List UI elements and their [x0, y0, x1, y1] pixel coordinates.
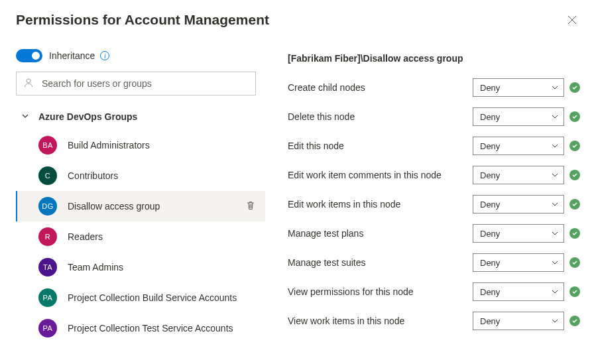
- permission-value: Deny: [480, 287, 500, 297]
- left-panel: Inheritance i Azure DevOps Groups BABuil…: [16, 49, 265, 343]
- permission-value: Deny: [480, 112, 500, 122]
- permission-label: View permissions for this node: [288, 286, 473, 297]
- chevron-down-icon: [552, 201, 558, 208]
- permission-select[interactable]: Deny: [473, 166, 564, 184]
- chevron-down-icon: [552, 318, 558, 324]
- permission-value: Deny: [480, 200, 500, 210]
- permission-value: Deny: [480, 258, 500, 268]
- chevron-down-icon: [552, 259, 558, 266]
- person-icon: [23, 78, 40, 90]
- group-item[interactable]: DGDisallow access group: [16, 191, 265, 221]
- permission-row: Edit this nodeDeny: [288, 137, 580, 155]
- permission-label: Create child nodes: [288, 82, 473, 93]
- group-label: Team Admins: [68, 262, 260, 273]
- info-icon[interactable]: i: [100, 51, 109, 60]
- status-ok-icon: [569, 228, 580, 239]
- inheritance-toggle[interactable]: [16, 49, 42, 62]
- permission-select[interactable]: Deny: [473, 107, 564, 126]
- permission-value: Deny: [480, 141, 500, 151]
- chevron-down-icon: [552, 172, 558, 178]
- chevron-down-icon: [552, 143, 558, 149]
- group-item[interactable]: TATeam Admins: [16, 252, 265, 282]
- svg-point-0: [27, 79, 30, 83]
- chevron-down-icon: [552, 84, 558, 91]
- avatar: PA: [38, 319, 57, 337]
- permission-value: Deny: [480, 316, 500, 326]
- permission-row: Create child nodesDeny: [288, 78, 580, 97]
- permission-select[interactable]: Deny: [473, 224, 564, 243]
- permission-label: Manage test plans: [288, 228, 473, 239]
- group-label: Project Collection Test Service Accounts: [68, 323, 260, 334]
- status-ok-icon: [569, 170, 580, 180]
- status-ok-icon: [569, 141, 580, 151]
- permission-row: View permissions for this nodeDeny: [288, 282, 580, 301]
- page-title: Permissions for Account Management: [16, 12, 269, 28]
- permission-row: Manage test plansDeny: [288, 224, 580, 243]
- permission-label: Delete this node: [288, 111, 473, 122]
- chevron-down-icon: [552, 230, 558, 237]
- permission-value: Deny: [480, 83, 500, 93]
- status-ok-icon: [569, 286, 580, 297]
- permission-select[interactable]: Deny: [473, 137, 564, 155]
- permission-value: Deny: [480, 229, 500, 239]
- status-ok-icon: [569, 199, 580, 210]
- permission-row: Delete this nodeDeny: [288, 107, 580, 126]
- group-item[interactable]: PAProject Collection Build Service Accou…: [16, 282, 265, 313]
- group-item[interactable]: CContributors: [16, 160, 265, 191]
- permission-label: Edit work item comments in this node: [288, 170, 473, 180]
- group-label: Disallow access group: [68, 201, 245, 212]
- status-ok-icon: [569, 316, 580, 326]
- status-ok-icon: [569, 257, 580, 268]
- permission-select[interactable]: Deny: [473, 312, 564, 330]
- avatar: DG: [38, 197, 57, 215]
- groups-section-header[interactable]: Azure DevOps Groups: [16, 107, 265, 126]
- permission-row: Manage test suitesDeny: [288, 253, 580, 272]
- status-ok-icon: [569, 82, 580, 93]
- chevron-down-icon: [552, 288, 558, 295]
- group-label: Readers: [68, 231, 260, 242]
- permission-select[interactable]: Deny: [473, 78, 564, 97]
- permission-value: Deny: [480, 170, 500, 180]
- delete-icon[interactable]: [245, 200, 260, 213]
- avatar: PA: [38, 288, 57, 307]
- chevron-down-icon: [552, 113, 558, 120]
- close-button[interactable]: [564, 12, 580, 30]
- chevron-down-icon: [21, 111, 29, 122]
- permission-label: View work items in this node: [288, 316, 473, 326]
- permission-select[interactable]: Deny: [473, 195, 564, 213]
- selected-group-title: [Fabrikam Fiber]\Disallow access group: [288, 53, 580, 64]
- close-icon: [567, 17, 577, 27]
- avatar: C: [38, 166, 57, 185]
- right-panel: [Fabrikam Fiber]\Disallow access group C…: [265, 49, 580, 343]
- permission-label: Manage test suites: [288, 257, 473, 268]
- status-ok-icon: [569, 111, 580, 122]
- permission-row: View work items in this nodeDeny: [288, 312, 580, 330]
- group-item[interactable]: BABuild Administrators: [16, 130, 265, 160]
- permission-label: Edit work items in this node: [288, 199, 473, 210]
- group-label: Contributors: [68, 170, 260, 181]
- group-item[interactable]: PAProject Collection Test Service Accoun…: [16, 313, 265, 343]
- permission-label: Edit this node: [288, 141, 473, 151]
- search-box[interactable]: [16, 72, 256, 95]
- permission-row: Edit work item comments in this nodeDeny: [288, 166, 580, 184]
- group-label: Project Collection Build Service Account…: [68, 292, 260, 303]
- inheritance-label: Inheritance: [49, 50, 95, 61]
- permission-select[interactable]: Deny: [473, 253, 564, 272]
- avatar: BA: [38, 136, 57, 154]
- permission-row: Edit work items in this nodeDeny: [288, 195, 580, 213]
- group-item[interactable]: RReaders: [16, 221, 265, 252]
- group-label: Build Administrators: [68, 140, 260, 151]
- avatar: TA: [38, 258, 57, 276]
- permission-select[interactable]: Deny: [473, 282, 564, 301]
- search-input[interactable]: [40, 78, 249, 90]
- groups-section-label: Azure DevOps Groups: [38, 111, 137, 122]
- avatar: R: [38, 227, 57, 246]
